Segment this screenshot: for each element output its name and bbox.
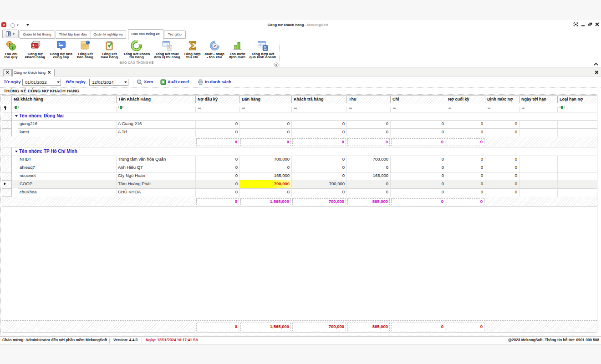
svg-text:$: $ bbox=[11, 45, 14, 50]
svg-text:Σ: Σ bbox=[264, 46, 267, 51]
svg-text:Σ: Σ bbox=[168, 46, 171, 50]
